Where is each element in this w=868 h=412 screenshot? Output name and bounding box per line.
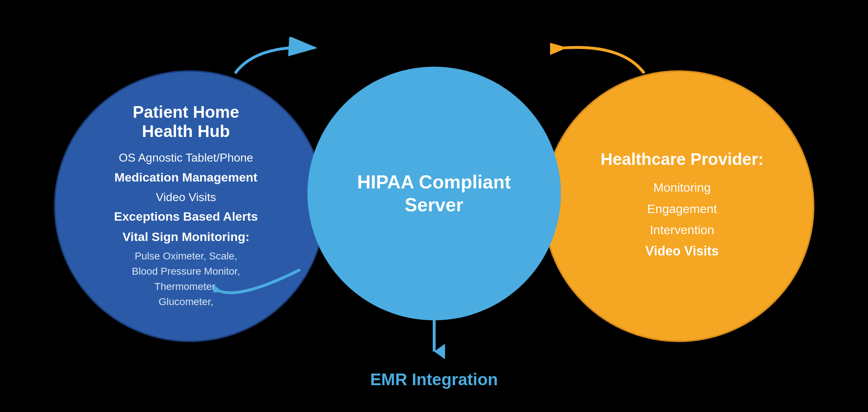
- diagram-container: Patient HomeHealth Hub OS Agnostic Table…: [36, 16, 833, 396]
- arrow-bottom-right-svg: [566, 262, 668, 306]
- right-item-2: Engagement: [647, 199, 717, 219]
- right-item-4: Video Visits: [645, 241, 719, 261]
- arrow-top-right: [550, 37, 651, 82]
- left-item-5: Vital Sign Monitoring:: [122, 228, 250, 246]
- emr-integration-label: EMR Integration: [370, 370, 498, 389]
- arrow-center-down-svg: [423, 315, 445, 359]
- arrow-bottom-left-svg: [213, 262, 315, 306]
- left-item-1: OS Agnostic Tablet/Phone: [119, 150, 253, 166]
- arrow-top-left-svg: [228, 37, 329, 80]
- arrow-bottom-right: [566, 262, 668, 307]
- arrow-center-down: [423, 315, 445, 360]
- arrow-top-right-svg: [550, 37, 651, 80]
- arrow-top-left: [228, 37, 329, 82]
- center-circle-title: HIPAA CompliantServer: [357, 171, 511, 216]
- arrow-bottom-left: [213, 262, 315, 307]
- left-item-4: Exceptions Based Alerts: [114, 208, 258, 225]
- left-item-2: Medication Management: [114, 169, 257, 186]
- right-item-3: Intervention: [650, 220, 714, 240]
- right-item-1: Monitoring: [653, 178, 711, 197]
- center-circle: HIPAA CompliantServer: [307, 67, 561, 320]
- left-circle-title: Patient HomeHealth Hub: [133, 103, 239, 141]
- left-item-3: Video Visits: [156, 189, 216, 205]
- right-circle-title: Healthcare Provider:: [601, 150, 764, 169]
